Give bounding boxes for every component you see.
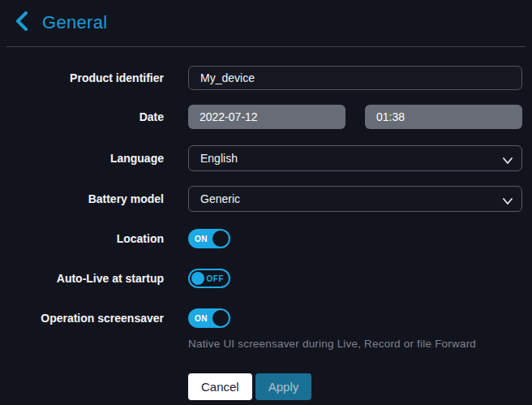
row-product-identifier: Product identifier <box>0 66 532 90</box>
battery-model-label: Battery model <box>0 192 164 205</box>
product-identifier-label: Product identifier <box>0 71 164 84</box>
location-label: Location <box>0 232 164 245</box>
row-operation-screensaver: Operation screensaver ON <box>0 308 532 328</box>
operation-screensaver-description: Native UI screensaver during Live, Recor… <box>188 338 476 350</box>
page-header: General <box>0 0 532 43</box>
row-location: Location ON <box>0 229 532 248</box>
location-toggle[interactable]: ON <box>188 229 230 248</box>
apply-button[interactable]: Apply <box>255 373 312 400</box>
general-settings-form: Product identifier Date Language English <box>0 47 532 400</box>
language-select[interactable]: English <box>188 145 522 171</box>
date-label: Date <box>0 110 164 123</box>
operation-screensaver-helper-row: Native UI screensaver during Live, Recor… <box>0 338 532 350</box>
row-language: Language English <box>0 145 532 171</box>
action-buttons: Cancel Apply <box>0 373 532 400</box>
date-input[interactable] <box>188 105 345 129</box>
language-select-value[interactable]: English <box>188 145 522 171</box>
operation-screensaver-toggle[interactable]: ON <box>188 308 230 328</box>
product-identifier-input[interactable] <box>188 66 522 90</box>
time-input[interactable] <box>365 105 522 129</box>
auto-live-label: Auto-Live at startup <box>0 272 164 285</box>
chevron-left-icon <box>15 11 28 34</box>
row-auto-live: Auto-Live at startup OFF <box>0 269 532 288</box>
language-label: Language <box>0 152 164 165</box>
page-title: General <box>42 12 107 33</box>
toggle-knob <box>212 231 229 247</box>
battery-model-select-value[interactable]: Generic <box>188 186 522 212</box>
toggle-state-label: ON <box>195 235 208 243</box>
row-date: Date <box>0 105 532 129</box>
back-button[interactable] <box>11 12 32 33</box>
operation-screensaver-label: Operation screensaver <box>0 312 164 325</box>
cancel-button[interactable]: Cancel <box>188 373 252 400</box>
battery-model-select[interactable]: Generic <box>188 186 522 212</box>
toggle-state-label: ON <box>195 314 208 323</box>
toggle-state-label: OFF <box>207 274 225 283</box>
toggle-knob <box>191 272 204 285</box>
toggle-knob <box>212 310 229 326</box>
auto-live-toggle[interactable]: OFF <box>188 269 230 288</box>
row-battery-model: Battery model Generic <box>0 186 532 212</box>
